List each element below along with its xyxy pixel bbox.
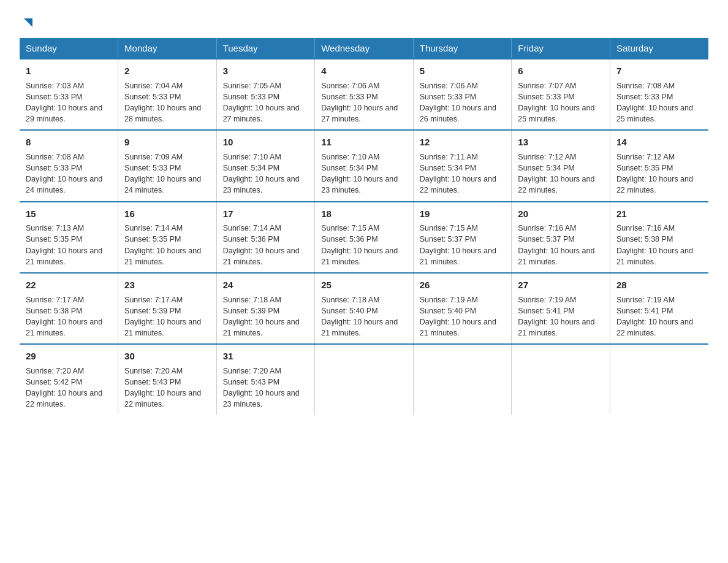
day-info: Sunrise: 7:08 AMSunset: 5:33 PMDaylight:… (616, 80, 702, 125)
sunset-label: Sunset: 5:33 PM (616, 93, 673, 101)
day-number: 24 (223, 278, 309, 292)
header-sunday: Sunday (20, 38, 118, 59)
sunrise-label: Sunrise: 7:09 AM (124, 153, 183, 161)
calendar-cell: 6Sunrise: 7:07 AMSunset: 5:33 PMDaylight… (512, 59, 610, 130)
sunset-label: Sunset: 5:33 PM (26, 93, 82, 101)
sunset-label: Sunset: 5:36 PM (321, 235, 377, 243)
day-number: 21 (616, 207, 702, 221)
sunrise-label: Sunrise: 7:12 AM (616, 153, 675, 161)
day-info: Sunrise: 7:19 AMSunset: 5:40 PMDaylight:… (420, 294, 506, 339)
calendar-cell: 9Sunrise: 7:09 AMSunset: 5:33 PMDaylight… (118, 130, 217, 201)
sunrise-label: Sunrise: 7:10 AM (321, 153, 379, 161)
day-info: Sunrise: 7:10 AMSunset: 5:34 PMDaylight:… (321, 151, 407, 196)
sunrise-label: Sunrise: 7:14 AM (223, 224, 281, 232)
day-number: 22 (26, 278, 112, 292)
sunrise-label: Sunrise: 7:04 AM (124, 82, 183, 90)
day-info: Sunrise: 7:06 AMSunset: 5:33 PMDaylight:… (420, 80, 506, 125)
daylight-label: Daylight: 10 hours and 26 minutes. (420, 104, 496, 123)
day-info: Sunrise: 7:14 AMSunset: 5:36 PMDaylight:… (223, 223, 309, 267)
header-thursday: Thursday (413, 38, 512, 59)
calendar-cell: 10Sunrise: 7:10 AMSunset: 5:34 PMDayligh… (216, 130, 315, 201)
calendar-cell: 1Sunrise: 7:03 AMSunset: 5:33 PMDaylight… (20, 59, 118, 130)
day-info: Sunrise: 7:06 AMSunset: 5:33 PMDaylight:… (321, 80, 407, 125)
calendar-cell: 20Sunrise: 7:16 AMSunset: 5:37 PMDayligh… (512, 202, 610, 273)
sunrise-label: Sunrise: 7:07 AM (518, 82, 576, 90)
day-number: 19 (420, 207, 506, 221)
day-info: Sunrise: 7:20 AMSunset: 5:43 PMDaylight:… (124, 366, 210, 410)
sunrise-label: Sunrise: 7:06 AM (420, 82, 478, 90)
calendar-cell: 11Sunrise: 7:10 AMSunset: 5:34 PMDayligh… (315, 130, 414, 201)
daylight-label: Daylight: 10 hours and 27 minutes. (321, 104, 398, 123)
sunrise-label: Sunrise: 7:18 AM (321, 296, 379, 304)
sunset-label: Sunset: 5:33 PM (321, 93, 377, 101)
day-info: Sunrise: 7:10 AMSunset: 5:34 PMDaylight:… (223, 151, 309, 196)
daylight-label: Daylight: 10 hours and 24 minutes. (124, 175, 201, 194)
day-number: 8 (26, 136, 112, 149)
day-info: Sunrise: 7:12 AMSunset: 5:34 PMDaylight:… (518, 151, 604, 196)
calendar-cell: 17Sunrise: 7:14 AMSunset: 5:36 PMDayligh… (216, 202, 315, 273)
daylight-label: Daylight: 10 hours and 29 minutes. (26, 104, 102, 123)
sunset-label: Sunset: 5:40 PM (420, 307, 476, 315)
calendar-cell: 18Sunrise: 7:15 AMSunset: 5:36 PMDayligh… (315, 202, 414, 273)
sunset-label: Sunset: 5:37 PM (518, 235, 574, 243)
sunrise-label: Sunrise: 7:05 AM (223, 82, 281, 90)
calendar-cell: 25Sunrise: 7:18 AMSunset: 5:40 PMDayligh… (315, 273, 414, 344)
day-info: Sunrise: 7:20 AMSunset: 5:43 PMDaylight:… (223, 366, 309, 410)
calendar-cell: 24Sunrise: 7:18 AMSunset: 5:39 PMDayligh… (216, 273, 315, 344)
calendar-cell (610, 344, 708, 415)
day-info: Sunrise: 7:03 AMSunset: 5:33 PMDaylight:… (26, 80, 112, 125)
day-number: 17 (223, 207, 309, 221)
day-number: 29 (26, 350, 112, 363)
daylight-label: Daylight: 10 hours and 22 minutes. (616, 175, 693, 194)
sunset-label: Sunset: 5:34 PM (321, 164, 377, 172)
calendar-cell: 31Sunrise: 7:20 AMSunset: 5:43 PMDayligh… (216, 344, 315, 415)
daylight-label: Daylight: 10 hours and 21 minutes. (26, 247, 102, 266)
daylight-label: Daylight: 10 hours and 21 minutes. (321, 318, 398, 337)
sunset-label: Sunset: 5:43 PM (124, 378, 181, 386)
calendar-cell: 4Sunrise: 7:06 AMSunset: 5:33 PMDaylight… (315, 59, 414, 130)
day-number: 26 (420, 278, 506, 292)
day-number: 14 (616, 136, 702, 149)
daylight-label: Daylight: 10 hours and 21 minutes. (420, 318, 496, 337)
daylight-label: Daylight: 10 hours and 22 minutes. (420, 175, 496, 194)
sunrise-label: Sunrise: 7:14 AM (124, 224, 183, 232)
daylight-label: Daylight: 10 hours and 21 minutes. (26, 318, 102, 337)
calendar-cell: 27Sunrise: 7:19 AMSunset: 5:41 PMDayligh… (512, 273, 610, 344)
sunset-label: Sunset: 5:33 PM (124, 93, 181, 101)
page-header (20, 15, 708, 28)
sunset-label: Sunset: 5:41 PM (518, 307, 574, 315)
daylight-label: Daylight: 10 hours and 21 minutes. (518, 318, 594, 337)
daylight-label: Daylight: 10 hours and 21 minutes. (124, 247, 201, 266)
day-info: Sunrise: 7:19 AMSunset: 5:41 PMDaylight:… (518, 294, 604, 339)
sunrise-label: Sunrise: 7:03 AM (26, 82, 84, 90)
day-number: 25 (321, 278, 407, 292)
sunrise-label: Sunrise: 7:17 AM (124, 296, 183, 304)
header-friday: Friday (512, 38, 610, 59)
sunrise-label: Sunrise: 7:19 AM (518, 296, 576, 304)
svg-marker-0 (24, 18, 32, 27)
calendar-cell: 5Sunrise: 7:06 AMSunset: 5:33 PMDaylight… (413, 59, 512, 130)
daylight-label: Daylight: 10 hours and 25 minutes. (616, 104, 693, 123)
daylight-label: Daylight: 10 hours and 27 minutes. (223, 104, 300, 123)
calendar-cell: 3Sunrise: 7:05 AMSunset: 5:33 PMDaylight… (216, 59, 315, 130)
calendar-cell: 29Sunrise: 7:20 AMSunset: 5:42 PMDayligh… (20, 344, 118, 415)
sunset-label: Sunset: 5:34 PM (420, 164, 476, 172)
sunrise-label: Sunrise: 7:10 AM (223, 153, 281, 161)
day-number: 16 (124, 207, 210, 221)
sunset-label: Sunset: 5:33 PM (124, 164, 181, 172)
sunrise-label: Sunrise: 7:08 AM (26, 153, 84, 161)
daylight-label: Daylight: 10 hours and 22 minutes. (124, 389, 201, 408)
sunset-label: Sunset: 5:33 PM (26, 164, 82, 172)
calendar-cell: 22Sunrise: 7:17 AMSunset: 5:38 PMDayligh… (20, 273, 118, 344)
day-info: Sunrise: 7:20 AMSunset: 5:42 PMDaylight:… (26, 366, 112, 410)
day-info: Sunrise: 7:16 AMSunset: 5:37 PMDaylight:… (518, 223, 604, 267)
daylight-label: Daylight: 10 hours and 28 minutes. (124, 104, 201, 123)
calendar-cell: 23Sunrise: 7:17 AMSunset: 5:39 PMDayligh… (118, 273, 217, 344)
day-number: 15 (26, 207, 112, 221)
calendar-cell: 26Sunrise: 7:19 AMSunset: 5:40 PMDayligh… (413, 273, 512, 344)
sunrise-label: Sunrise: 7:19 AM (616, 296, 675, 304)
daylight-label: Daylight: 10 hours and 23 minutes. (223, 175, 300, 194)
sunset-label: Sunset: 5:34 PM (223, 164, 279, 172)
day-info: Sunrise: 7:19 AMSunset: 5:41 PMDaylight:… (616, 294, 702, 339)
day-info: Sunrise: 7:17 AMSunset: 5:38 PMDaylight:… (26, 294, 112, 339)
